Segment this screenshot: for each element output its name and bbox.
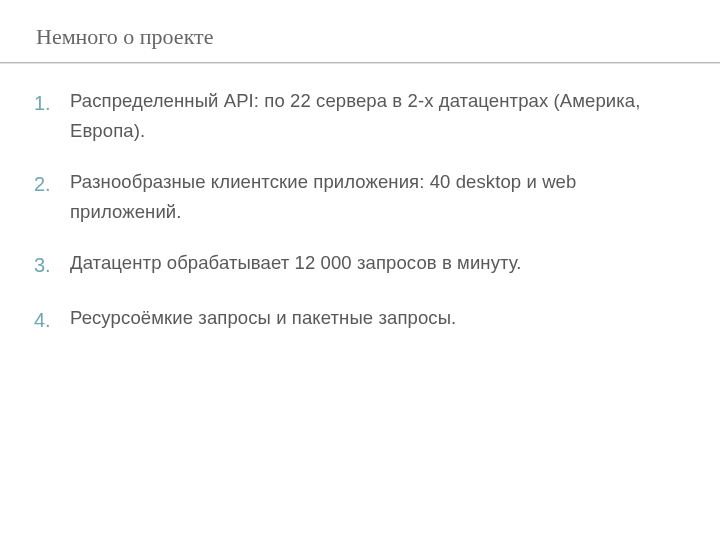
list-item: 3. Датацентр обрабатывает 12 000 запросо…: [34, 248, 692, 281]
list-text: Разнообразные клиентские приложения: 40 …: [70, 167, 692, 226]
list-number: 2.: [34, 167, 70, 200]
list-item: 1. Распределенный API: по 22 сервера в 2…: [34, 86, 692, 145]
numbered-list: 1. Распределенный API: по 22 сервера в 2…: [28, 86, 692, 336]
slide-title: Немного о проекте: [36, 24, 692, 62]
list-item: 4. Ресурсоёмкие запросы и пакетные запро…: [34, 303, 692, 336]
list-number: 4.: [34, 303, 70, 336]
list-text: Ресурсоёмкие запросы и пакетные запросы.: [70, 303, 456, 333]
list-text: Датацентр обрабатывает 12 000 запросов в…: [70, 248, 522, 278]
list-number: 3.: [34, 248, 70, 281]
list-text: Распределенный API: по 22 сервера в 2-х …: [70, 86, 692, 145]
slide: Немного о проекте 1. Распределенный API:…: [0, 0, 720, 540]
title-divider: [0, 62, 720, 64]
list-number: 1.: [34, 86, 70, 119]
list-item: 2. Разнообразные клиентские приложения: …: [34, 167, 692, 226]
